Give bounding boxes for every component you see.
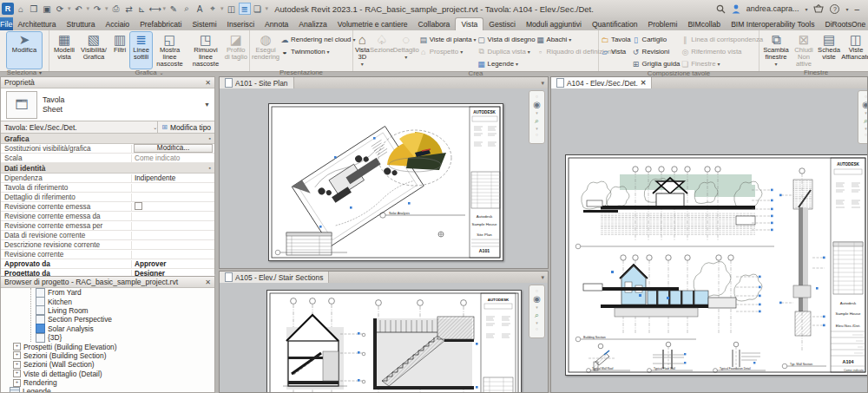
dettaglio-button[interactable]: ◌ Dettaglio▾ [394,32,418,69]
navigation-bar[interactable]: ○◉ ▾ ⌕ ▾○ [529,90,545,144]
a105-canvas[interactable]: AUTODESK [220,283,548,392]
type-selector[interactable]: 🗔 TavolaSheet ▼ [1,88,214,121]
vista-di-disegno-button[interactable]: ▢ Vista di disegno [477,34,536,45]
profilo-di-taglio-button[interactable]: ◪Profilo di taglio [225,32,247,69]
navigation-bar[interactable]: ○◉ ▾ ⌕ ▾○ [858,90,867,144]
group-label-seleziona[interactable]: Seleziona▾ [0,69,49,76]
transfer-icon[interactable]: ⇄ [123,3,135,15]
tab-inserisci[interactable]: Inserisci [222,18,260,30]
cartiglio-button[interactable]: ▯ Cartiglio [632,34,681,45]
duplica-vista-button[interactable]: ⧉ Duplica vista▾ [477,46,536,57]
grafica-dialog-launcher[interactable]: ⌄ [160,69,164,75]
browser-close-icon[interactable]: ✕ [205,278,211,286]
checkbox[interactable] [135,202,142,210]
tab-overflow-icon[interactable]: ▾ [537,272,548,283]
zoom-region-icon[interactable]: ⌕ [535,116,539,125]
view-tab-a101[interactable]: A101 - Site Plan [220,77,294,88]
steering-wheel-icon[interactable]: ◉ [533,100,541,109]
viste-di-pianta-button[interactable]: ▤ Viste di pianta▾ [419,34,477,45]
expand-icon[interactable]: + [13,361,21,369]
tab-bimcollab[interactable]: BIMcollab [682,18,726,30]
property-row[interactable]: Scala Come indicato [1,154,214,163]
tavola-button[interactable]: 🗀 Tavola [601,34,631,45]
property-row[interactable]: Revisione corrente emessa da [1,212,214,221]
tab-collabora[interactable]: Collabora [413,18,456,30]
scheda-viste-button[interactable]: ▤ Scheda viste [817,32,841,69]
zoom-dropdown[interactable]: ▾ [865,126,867,131]
prospetto-button[interactable]: ⌂ Prospetto▾ [419,46,477,57]
tree-item-3d[interactable]: {3D} [1,333,214,342]
modifica-button[interactable]: ➤ Modifica [7,32,42,69]
navbar-dropdown[interactable]: ▾ [536,110,538,115]
dimension-dropdown[interactable]: ▾ [163,5,167,12]
tab-annota[interactable]: Annota [260,18,293,30]
property-row[interactable]: Tavola di riferimento [1,183,214,193]
signed-in-user[interactable]: andrea.capra... [746,4,799,13]
property-row[interactable]: Revisione corrente [1,250,214,259]
section-grafica[interactable]: Grafica▪ [1,134,214,144]
tree-item-section-perspective[interactable]: Section Perspective [1,315,214,324]
property-row[interactable]: Dettaglio di riferimento [1,193,214,202]
user-avatar-icon[interactable] [732,4,740,14]
sezione-button[interactable]: ♤Sezione [371,32,393,69]
tree-item-kitchen[interactable]: Kitchen [1,297,214,305]
tab-volumetrie[interactable]: Volumetrie e cantiere [332,18,413,30]
project-browser-header[interactable]: Browser di progetto - RAC_basic_sample_p… [1,277,214,288]
tab-architettura[interactable]: Architettura [13,18,62,30]
rendering-nel-cloud-button[interactable]: ☁ Rendering nel cloud▾ [280,34,355,45]
zoom-icon[interactable]: ⌕ [181,3,193,15]
tab-sistemi[interactable]: Sistemi [187,18,221,30]
expand-icon[interactable]: + [13,370,21,377]
measure-icon[interactable]: ⊾ [136,3,148,15]
properties-close-icon[interactable]: ✕ [205,79,211,87]
tab-overflow-icon[interactable]: ▾ [537,77,548,88]
legende-button[interactable]: ▦ Legende▾ [477,58,536,69]
tab-prefabbricati[interactable]: Prefabbricati [135,18,187,30]
properties-header[interactable]: Proprietà✕ [1,77,214,88]
tree-item-from-yard[interactable]: From Yard [1,288,214,297]
redo-icon[interactable]: ↷ [91,3,103,15]
tab-moduli-aggiuntivi[interactable]: Moduli aggiuntivi [521,18,587,30]
tab-analizza[interactable]: Analizza [293,18,332,30]
view-tab-a104[interactable]: A104 - Elev./Sec./Det. ✕ [551,77,652,88]
redo-dropdown[interactable]: ▾ [105,5,108,12]
thin-lines-icon[interactable]: ≣ [239,3,251,15]
property-row[interactable]: Sostituzioni visibilità/grafica Modifica… [1,144,214,154]
revisioni-button[interactable]: ↺ Revisioni [632,46,681,57]
tree-item-rendering[interactable]: +Rendering [1,378,214,387]
linee-sottili-button[interactable]: ≣Linee sottili [130,32,151,69]
view-dropdown[interactable]: ▾ [220,5,224,12]
a104-sheet[interactable]: AUTODESK Autodesk Sample House Elev./Sec… [565,154,867,376]
a105-sheet[interactable]: AUTODESK [266,290,522,392]
expand-icon[interactable]: + [13,351,21,359]
undo-icon[interactable]: ↶ [73,3,85,15]
help-icon[interactable]: ? [830,4,839,14]
property-row[interactable]: Descrizione revisione corrente [1,240,214,250]
tab-acciaio[interactable]: Acciaio [100,18,135,30]
minimize-button[interactable]: – [854,4,859,14]
modifica-override-button[interactable]: Modifica... [134,144,213,153]
element-selector[interactable]: Tavola: Elev./Sec./Det. [1,123,153,132]
dimension-icon[interactable]: ⟷ [149,3,161,15]
tree-item-viste-di-dettaglio[interactable]: +Viste di dettaglio (Detail) [1,370,214,378]
property-row[interactable]: DipendenzaIndipendente [1,174,214,183]
mostra-linee-nascoste-button[interactable]: ◱Mostra linee nascoste [153,32,187,69]
tab-dirootsone[interactable]: DiRootsOne [819,18,868,30]
tab-quantification[interactable]: Quantification [587,18,643,30]
section-dati-identita[interactable]: Dati identità▪ [1,163,214,174]
default-3d-view-icon[interactable]: ⌖ [207,3,219,15]
tree-item-living-room[interactable]: Living Room [1,306,214,315]
sync-icon[interactable]: ⟳ [54,3,66,15]
viste-affiancate-button[interactable]: ◫ Viste Affiancate [842,32,868,69]
zoom-dropdown[interactable]: ▾ [536,126,538,131]
rimuovi-linee-nascoste-button[interactable]: ◳Rimuovi linee nascoste [187,32,223,69]
revit-app-icon[interactable]: R [2,3,14,15]
steering-wheel-icon[interactable]: ◉ [533,294,541,304]
tree-item-sezioni-building[interactable]: +Sezioni (Building Section) [1,351,214,360]
basket-icon[interactable] [813,4,824,13]
tree-item-legende[interactable]: Legende [1,387,214,393]
expand-icon[interactable]: + [13,343,21,350]
save-icon[interactable]: ▣ [41,3,53,15]
help-dropdown[interactable]: ▾ [845,6,848,12]
tree-item-solar-analysis[interactable]: Solar Analysis [1,324,214,333]
